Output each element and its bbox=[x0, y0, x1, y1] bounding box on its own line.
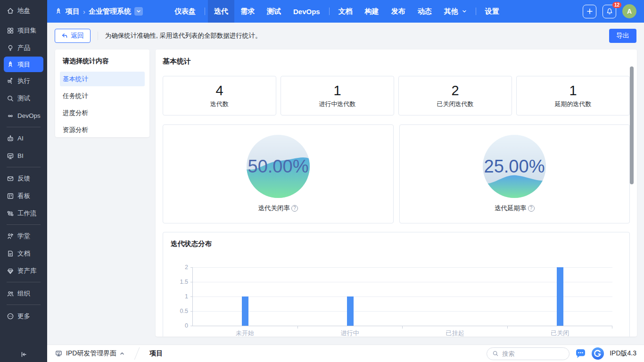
breadcrumb-separator: › bbox=[83, 8, 85, 16]
create-button[interactable] bbox=[583, 5, 596, 18]
sidebar-item-label: 更多 bbox=[17, 312, 30, 321]
nav-divider bbox=[476, 8, 476, 15]
sidebar-collapse-button[interactable] bbox=[0, 351, 47, 358]
sidebar-item-label: 项目 bbox=[17, 60, 30, 69]
sidebar-item-org[interactable]: 组织 bbox=[0, 285, 47, 302]
section-title: 基本统计 bbox=[163, 57, 630, 66]
search-input[interactable] bbox=[502, 350, 559, 357]
sidebar-item-ai[interactable]: AI bbox=[0, 130, 47, 147]
category-cell bbox=[403, 267, 508, 326]
mail-icon bbox=[7, 175, 14, 182]
sidebar-divider bbox=[7, 127, 41, 127]
user-avatar[interactable]: A bbox=[622, 4, 636, 18]
collapse-icon bbox=[20, 351, 27, 358]
breadcrumb-project[interactable]: 企业管理系统 bbox=[89, 7, 131, 16]
sidebar-item-label: 地盘 bbox=[17, 7, 30, 15]
sidebar-item-devops[interactable]: DevOps bbox=[0, 107, 47, 124]
bottom-statusbar: IPD研发管理界面 项目 IPD版4.3 bbox=[47, 345, 644, 362]
tab-build[interactable]: 构建 bbox=[359, 0, 385, 23]
breadcrumb-section[interactable]: 项目 bbox=[66, 7, 80, 16]
tab-others[interactable]: 其他 bbox=[438, 0, 473, 23]
workflow-icon bbox=[7, 210, 14, 217]
sidebar-item-label: 看板 bbox=[17, 192, 30, 200]
chevron-down-icon bbox=[462, 9, 467, 14]
tab-requirements[interactable]: 需求 bbox=[234, 0, 261, 23]
tab-dashboard[interactable]: 仪表盘 bbox=[168, 0, 202, 23]
breadcrumb: 项目 › 企业管理系统 bbox=[55, 7, 143, 16]
tab-devops[interactable]: DevOps bbox=[287, 0, 326, 23]
sidebar-item-more[interactable]: 更多 bbox=[0, 307, 47, 325]
sidebar-item-assets[interactable]: 资产库 bbox=[0, 262, 47, 280]
stat-label: 延期的迭代数 bbox=[555, 100, 592, 108]
tab-activity[interactable]: 动态 bbox=[412, 0, 438, 23]
top-nav-tabs: 仪表盘 迭代 需求 测试 DevOps 文档 构建 发布 动态 其他 设置 bbox=[168, 0, 505, 23]
sidebar-item-label: DevOps bbox=[17, 112, 41, 119]
tab-iteration[interactable]: 迭代 bbox=[208, 0, 234, 23]
sidebar-item-label: 工作流 bbox=[17, 209, 37, 218]
sidebar-item-project[interactable]: 项目 bbox=[4, 57, 43, 72]
sidebar-item-label: 项目集 bbox=[17, 26, 37, 35]
menu-item-resource-analysis[interactable]: 资源分析 bbox=[60, 123, 145, 137]
grid-icon bbox=[7, 27, 14, 34]
chevron-up-icon bbox=[120, 351, 124, 356]
magnifier-icon bbox=[7, 95, 14, 102]
sidebar-item-execute[interactable]: 执行 bbox=[0, 72, 47, 90]
workspace-switcher[interactable]: IPD研发管理界面 bbox=[55, 349, 124, 358]
tab-docs[interactable]: 文档 bbox=[332, 0, 359, 23]
menu-item-basic-stats[interactable]: 基本统计 bbox=[60, 72, 145, 86]
vertical-scrollbar[interactable] bbox=[630, 66, 634, 184]
bulb-icon bbox=[7, 44, 14, 52]
stats-menu-title: 请选择统计内容 bbox=[55, 55, 149, 70]
nav-divider bbox=[329, 8, 330, 15]
sidebar-item-bi[interactable]: BI bbox=[0, 147, 47, 165]
back-button[interactable]: 返回 bbox=[55, 29, 91, 43]
bell-icon bbox=[606, 8, 613, 15]
y-axis-tick: 0 bbox=[174, 322, 188, 329]
y-axis-tick: 0.5 bbox=[174, 308, 188, 314]
search-box[interactable] bbox=[487, 347, 570, 360]
menu-item-task-stats[interactable]: 任务统计 bbox=[60, 89, 145, 103]
menu-item-progress-analysis[interactable]: 进度分析 bbox=[60, 106, 145, 120]
chat-bubble-icon[interactable] bbox=[575, 349, 586, 359]
tab-release[interactable]: 发布 bbox=[385, 0, 412, 23]
chart-bar bbox=[557, 267, 563, 326]
sidebar-item-test[interactable]: 测试 bbox=[0, 90, 47, 107]
liquid-gauge-chart: 50.00% bbox=[246, 134, 310, 198]
kanban-icon bbox=[7, 192, 14, 200]
help-icon[interactable]: ? bbox=[291, 205, 298, 212]
sidebar-item-kanban[interactable]: 看板 bbox=[0, 187, 47, 205]
stat-value: 4 bbox=[215, 83, 223, 99]
gauge-label-row: 迭代关闭率 ? bbox=[258, 204, 298, 213]
x-axis-label: 进行中 bbox=[297, 329, 403, 337]
sidebar-item-label: 组织 bbox=[17, 289, 30, 298]
chart-title: 迭代状态分布 bbox=[171, 239, 622, 248]
tab-settings[interactable]: 设置 bbox=[479, 0, 505, 23]
sidebar-item-label: BI bbox=[17, 152, 24, 159]
sidebar-item-home[interactable]: 地盘 bbox=[0, 0, 47, 22]
notifications-button[interactable]: 12 bbox=[603, 5, 616, 18]
statusbar-tab[interactable]: 项目 bbox=[149, 349, 163, 358]
tab-test[interactable]: 测试 bbox=[261, 0, 287, 23]
gauge-card-delay-rate: 25.00% 迭代延期率 ? bbox=[399, 124, 630, 223]
liquid-gauge-chart: 25.00% bbox=[482, 134, 546, 198]
main-sidebar: 地盘 项目集 产品 项目 执行 测试 DevOps AI BI 反馈 看板 bbox=[0, 0, 47, 362]
project-switcher-button[interactable] bbox=[134, 7, 143, 16]
runner-icon bbox=[7, 77, 14, 85]
y-axis-tick: 1.5 bbox=[174, 279, 188, 285]
sidebar-item-workflow[interactable]: 工作流 bbox=[0, 205, 47, 222]
help-icon[interactable]: ? bbox=[528, 205, 535, 212]
search-icon bbox=[492, 350, 499, 357]
more-icon bbox=[7, 313, 14, 320]
sidebar-item-docs[interactable]: 文档 bbox=[0, 245, 47, 262]
sidebar-item-academy[interactable]: 学堂 bbox=[0, 227, 47, 245]
stats-main-panel: 基本统计 4 迭代数 1 进行中迭代数 2 已关闭迭代数 1 延期的迭代数 bbox=[156, 49, 637, 337]
export-button[interactable]: 导出 bbox=[609, 29, 636, 43]
sidebar-item-feedback[interactable]: 反馈 bbox=[0, 170, 47, 187]
sidebar-item-portfolio[interactable]: 项目集 bbox=[0, 22, 47, 39]
gauge-value: 50.00% bbox=[248, 156, 308, 176]
sidebar-item-product[interactable]: 产品 bbox=[0, 39, 47, 57]
workspace-name: IPD研发管理界面 bbox=[66, 349, 116, 358]
x-axis-label: 已关闭 bbox=[507, 329, 612, 337]
content-area: 返回 为确保统计准确性, 采用迭代列表的全部数据进行统计。 导出 请选择统计内容… bbox=[47, 23, 644, 345]
bar-chart-categories bbox=[193, 267, 612, 326]
